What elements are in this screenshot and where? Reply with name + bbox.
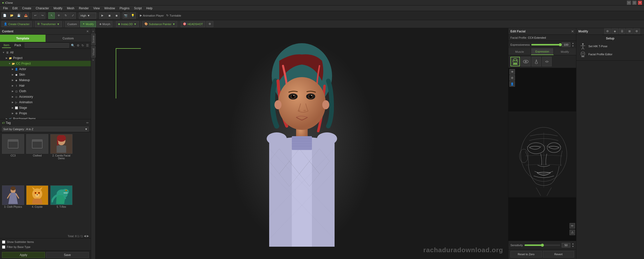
item-tab[interactable]: Item xyxy=(2,43,11,48)
expressiveness-value-input[interactable] xyxy=(562,42,570,47)
substance-painter-button[interactable]: 🎨 Substance Painter ▼ xyxy=(142,21,178,27)
menu-file[interactable]: File xyxy=(1,6,10,11)
thumb-item-camila[interactable]: 2. Camila Facial Demo xyxy=(50,134,72,183)
set-hik-tpose-item[interactable]: Set HIK T-Pose xyxy=(578,42,642,50)
select-button[interactable]: ↖ xyxy=(48,12,55,19)
expressiveness-down[interactable]: ▼ xyxy=(572,45,574,47)
expression-tab[interactable]: Expression xyxy=(531,48,554,55)
save-button[interactable]: Save xyxy=(46,252,89,258)
minimize-button[interactable]: ─ xyxy=(627,1,631,5)
search-icon[interactable]: 🔍 xyxy=(71,44,75,47)
thumb-item-cc3[interactable]: CC3 xyxy=(2,134,24,183)
headshot-button[interactable]: 🎯 HEADSHOT xyxy=(181,21,205,27)
tree-item-stage[interactable]: ▶ ⬜ Stage xyxy=(0,105,91,111)
tree-item-makeup[interactable]: ▶ ◈ Makeup xyxy=(0,77,91,83)
sensitivity-slider[interactable] xyxy=(525,244,560,246)
quality-dropdown[interactable]: High ▼ xyxy=(79,13,96,19)
menu-plugins[interactable]: Plugins xyxy=(117,6,131,11)
menu-character[interactable]: Character xyxy=(34,6,51,11)
facial-view-icon[interactable]: 👁 xyxy=(509,69,515,75)
play-button[interactable]: ▶ xyxy=(99,12,106,19)
search-input[interactable] xyxy=(25,43,69,48)
filter-base-checkbox[interactable] xyxy=(2,245,5,249)
undo-button[interactable]: ↩ xyxy=(32,12,38,19)
mesh-warning-icon[interactable]: ⚠ xyxy=(570,230,575,235)
face-eye-button[interactable] xyxy=(521,57,531,66)
custom-tab[interactable]: Custom xyxy=(46,35,91,42)
pack-tab[interactable]: Pack xyxy=(13,43,23,48)
modify-facial-tab[interactable]: Modify xyxy=(554,48,576,55)
light-button[interactable]: 💡 xyxy=(130,12,136,19)
sensitivity-down[interactable]: ▼ xyxy=(572,245,574,248)
create-character-button[interactable]: 👤 Create Character xyxy=(2,21,32,27)
tree-item-skin[interactable]: ▶ ◼ Skin xyxy=(0,72,91,77)
filter-icon[interactable]: ⚙ xyxy=(77,44,79,47)
expressiveness-thumb[interactable] xyxy=(559,43,562,46)
facial-close-button[interactable]: ✕ xyxy=(571,29,574,33)
tree-item-actor[interactable]: ▶ 👤 Actor xyxy=(0,66,91,72)
thumb-item-trex[interactable]: 5. T-Rex xyxy=(50,185,72,232)
tree-item-all[interactable]: ▼ ☰ All xyxy=(0,50,91,55)
export-button[interactable]: 📤 xyxy=(23,12,29,19)
menu-window[interactable]: Window xyxy=(102,6,117,11)
tree-item-project[interactable]: ▶ 📁 Project xyxy=(0,55,91,61)
close-button[interactable]: ✕ xyxy=(638,1,642,5)
tree-item-props[interactable]: ▶ ⚙ Props xyxy=(0,111,91,116)
tree-item-accessory[interactable]: ▶ ◇ Accessory xyxy=(0,94,91,99)
modify-icon-3[interactable]: ☰ xyxy=(619,28,625,34)
redo-button[interactable]: ↪ xyxy=(39,12,46,19)
refresh-icon[interactable]: ↻ xyxy=(82,44,84,47)
template-tab[interactable]: Template xyxy=(0,35,46,42)
expressiveness-slider[interactable] xyxy=(531,44,560,45)
new-button[interactable]: 📄 xyxy=(2,12,8,19)
camera-button[interactable]: 📷 xyxy=(123,12,129,19)
rotate-button[interactable]: ↻ xyxy=(62,12,69,19)
tree-item-cc-project[interactable]: ▼ 📂 CC Project xyxy=(0,61,91,66)
modify-icon-1[interactable]: ⚙ xyxy=(604,28,611,34)
menu-create[interactable]: Create xyxy=(20,6,33,11)
sort-dropdown[interactable]: Sort by Category : A to Z ▼ xyxy=(2,127,89,132)
facial-options-icon[interactable]: ⚙ xyxy=(509,75,515,81)
reset-to-zero-button[interactable]: Reset to Zero xyxy=(510,251,542,257)
facial-person-icon[interactable]: 👤 xyxy=(509,81,515,87)
stop-button[interactable]: ⏹ xyxy=(106,12,113,19)
facial-profile-editor-item[interactable]: Facial Profile Editor xyxy=(578,50,642,58)
sensitivity-thumb[interactable] xyxy=(541,244,544,247)
viewport[interactable]: rachaduradownload.org xyxy=(96,28,508,259)
menu-script[interactable]: Script xyxy=(132,6,144,11)
thumb-item-cloth-physics[interactable]: 3. Cloth Physics xyxy=(2,185,24,232)
tree-item-animation[interactable]: ▶ ▷ Animation xyxy=(0,99,91,105)
muscle-tab[interactable]: Muscle xyxy=(508,48,531,55)
headshot-settings-button[interactable]: ⚙ xyxy=(206,21,213,27)
modify-icon-2[interactable]: ◈ xyxy=(612,28,618,34)
modify-icon-4[interactable]: ⊞ xyxy=(626,28,633,34)
expressiveness-up[interactable]: ▲ xyxy=(572,42,574,44)
custom-button[interactable]: Custom xyxy=(65,21,79,27)
instalod-button[interactable]: ◆ InstaLOD ▼ xyxy=(116,21,139,27)
face-nose-button[interactable] xyxy=(532,57,541,66)
visual-side-tab[interactable]: Visual xyxy=(91,46,96,58)
scene-side-tab[interactable]: Scene xyxy=(91,34,96,45)
face-full-button[interactable] xyxy=(510,57,520,66)
move-button[interactable]: ✛ xyxy=(55,12,62,19)
menu-render[interactable]: Render xyxy=(77,6,91,11)
face-mouth-button[interactable] xyxy=(542,57,552,66)
side-tab-scroll-up[interactable]: ▲ xyxy=(92,29,95,33)
page-prev-button[interactable]: ◀ xyxy=(84,234,86,238)
transformer-button[interactable]: ⚙ Transformer ▼ xyxy=(35,21,62,27)
page-next-button[interactable]: ▶ xyxy=(87,234,89,238)
mesh-edit-pencil-icon[interactable]: ✏ xyxy=(570,223,575,229)
sensitivity-up[interactable]: ▲ xyxy=(572,242,574,245)
save-toolbar-button[interactable]: 💾 xyxy=(16,12,22,19)
menu-edit[interactable]: Edit xyxy=(10,6,20,11)
turntable-label[interactable]: ↻ Turntable xyxy=(165,14,182,17)
tree-item-purchased[interactable]: ▶ 🛒 Purchased Items xyxy=(0,116,91,119)
menu-view[interactable]: View xyxy=(91,6,102,11)
menu-mesh[interactable]: Mesh xyxy=(65,6,76,11)
modify-icon-5[interactable]: ⚙ xyxy=(633,28,640,34)
settings-icon[interactable]: ☰ xyxy=(86,44,89,47)
tree-item-hair[interactable]: ▶ ⌇ Hair xyxy=(0,83,91,88)
morph-button[interactable]: ◈ Morph xyxy=(97,21,112,27)
side-tab-scroll-down[interactable]: ▼ xyxy=(92,59,95,62)
tag-edit-icon[interactable]: ✏ xyxy=(86,121,89,125)
